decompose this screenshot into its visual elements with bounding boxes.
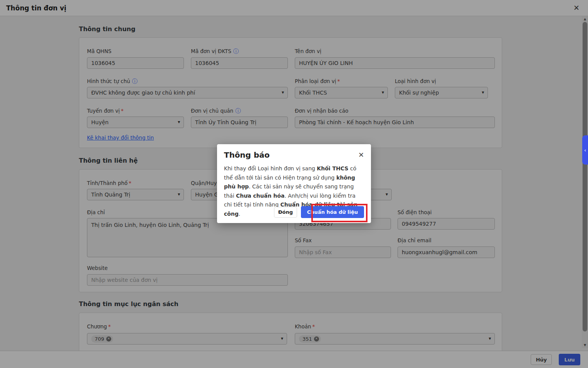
- normalize-data-button[interactable]: Chuẩn hóa dữ liệu: [301, 206, 364, 218]
- unit-info-window: Thông tin đơn vị ✕ Thông tin chung Mã QH…: [0, 0, 588, 368]
- notification-dialog: Thông báo ✕ Khi thay đổi Loại hình đơn v…: [217, 144, 371, 223]
- dialog-title: Thông báo: [224, 150, 270, 160]
- dialog-close-button[interactable]: Đóng: [274, 207, 297, 218]
- dialog-close-icon[interactable]: ✕: [358, 152, 364, 158]
- chevron-left-icon: ‹: [584, 147, 586, 153]
- side-panel-toggle[interactable]: ‹: [582, 135, 588, 165]
